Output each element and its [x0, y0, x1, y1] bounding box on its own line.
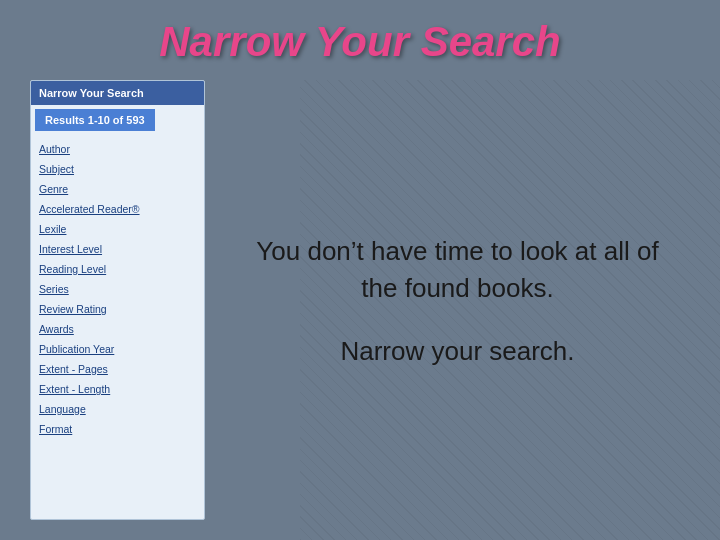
sidebar-nav-item[interactable]: Subject — [31, 159, 204, 179]
sidebar-nav-item[interactable]: Reading Level — [31, 259, 204, 279]
sidebar-nav-item[interactable]: Interest Level — [31, 239, 204, 259]
results-bar: Results 1-10 of 593 — [35, 109, 155, 131]
sidebar-nav-item[interactable]: Author — [31, 139, 204, 159]
sidebar-nav-item[interactable]: Extent - Pages — [31, 359, 204, 379]
page-title: Narrow Your Search — [0, 0, 720, 80]
sidebar-nav-item[interactable]: Genre — [31, 179, 204, 199]
right-content: You don’t have time to look at all of th… — [225, 80, 690, 520]
sidebar-nav-item[interactable]: Accelerated Reader® — [31, 199, 204, 219]
narrow-panel: Narrow Your Search Results 1-10 of 593 A… — [30, 80, 205, 520]
page-wrapper: Narrow Your Search Narrow Your Search Re… — [0, 0, 720, 520]
main-text: You don’t have time to look at all of th… — [245, 233, 670, 306]
main-heading: Narrow Your Search — [0, 18, 720, 66]
sidebar-nav-item[interactable]: Extent - Length — [31, 379, 204, 399]
sidebar-nav-item[interactable]: Awards — [31, 319, 204, 339]
narrow-panel-items: AuthorSubjectGenreAccelerated Reader®Lex… — [31, 135, 204, 443]
content-area: Narrow Your Search Results 1-10 of 593 A… — [0, 80, 720, 520]
sidebar-nav-item[interactable]: Language — [31, 399, 204, 419]
narrow-panel-header: Narrow Your Search — [31, 81, 204, 105]
sidebar-nav-item[interactable]: Series — [31, 279, 204, 299]
sidebar-nav-item[interactable]: Lexile — [31, 219, 204, 239]
sidebar-nav-item[interactable]: Publication Year — [31, 339, 204, 359]
sidebar-nav-item[interactable]: Format — [31, 419, 204, 439]
sidebar-nav-item[interactable]: Review Rating — [31, 299, 204, 319]
sub-text: Narrow your search. — [340, 336, 574, 367]
